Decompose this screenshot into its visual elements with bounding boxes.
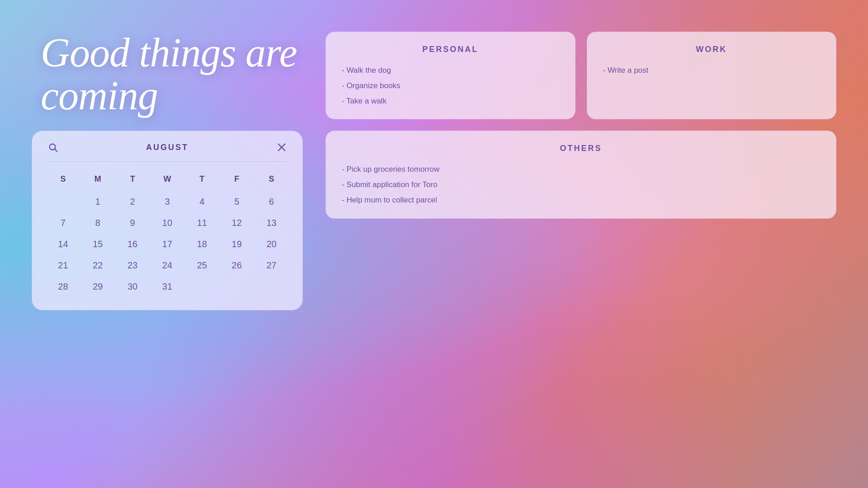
dow-tue: T (115, 171, 150, 188)
work-card: WORK - Write a post (587, 32, 837, 119)
dow-thu: T (184, 171, 219, 188)
right-panel: PERSONAL - Walk the dog - Organize books… (326, 27, 836, 219)
cal-day-1[interactable]: 1 (80, 192, 115, 211)
cal-day-23[interactable]: 23 (115, 256, 150, 275)
others-card: OTHERS - Pick up groceries tomorrow - Su… (326, 131, 836, 218)
cal-day-11[interactable]: 11 (184, 213, 219, 233)
cal-day-9[interactable]: 9 (115, 213, 150, 233)
cal-day-14[interactable]: 14 (46, 235, 80, 254)
cal-day-15[interactable]: 15 (80, 235, 115, 254)
cal-day-18[interactable]: 18 (184, 235, 219, 254)
cal-day-30[interactable]: 30 (115, 277, 150, 296)
cal-day-5[interactable]: 5 (219, 192, 254, 211)
others-task-3: - Help mum to collect parcel (342, 195, 820, 206)
cal-day-22[interactable]: 22 (80, 256, 115, 275)
main-layout: Good things are coming AUGUST (0, 0, 868, 488)
others-task-list: - Pick up groceries tomorrow - Submit ap… (342, 164, 820, 205)
personal-task-1: - Walk the dog (342, 65, 559, 76)
dow-fri: F (219, 171, 254, 188)
cal-day-8[interactable]: 8 (80, 213, 115, 233)
left-panel: Good things are coming AUGUST (32, 27, 303, 310)
others-task-1: - Pick up groceries tomorrow (342, 164, 820, 175)
cal-day-27[interactable]: 27 (254, 256, 289, 275)
personal-task-3: - Take a walk (342, 96, 559, 107)
cal-day-16[interactable]: 16 (115, 235, 150, 254)
cal-day-24[interactable]: 24 (150, 256, 185, 275)
calendar-month: AUGUST (146, 143, 189, 152)
svg-line-1 (55, 149, 57, 151)
work-title: WORK (603, 45, 821, 54)
cal-day-7[interactable]: 7 (46, 213, 80, 233)
work-task-1: - Write a post (603, 65, 821, 76)
personal-task-list: - Walk the dog - Organize books - Take a… (342, 65, 559, 106)
dow-sat: S (254, 171, 289, 188)
cal-day-17[interactable]: 17 (150, 235, 185, 254)
dow-mon: M (80, 171, 115, 188)
cal-day-21[interactable]: 21 (46, 256, 80, 275)
cal-day-29[interactable]: 29 (80, 277, 115, 296)
cal-day-26[interactable]: 26 (219, 256, 254, 275)
calendar-header: AUGUST (46, 140, 289, 162)
close-button[interactable] (274, 140, 289, 155)
cal-day-31[interactable]: 31 (150, 277, 185, 296)
others-task-2: - Submit application for Toro (342, 179, 820, 190)
personal-task-2: - Organize books (342, 80, 559, 91)
calendar-widget: AUGUST S M T W T F S (32, 131, 303, 310)
search-icon[interactable] (46, 140, 60, 155)
personal-card: PERSONAL - Walk the dog - Organize books… (326, 32, 576, 119)
cal-day-25[interactable]: 25 (184, 256, 219, 275)
cal-day-13[interactable]: 13 (254, 213, 289, 233)
work-task-list: - Write a post (603, 65, 821, 76)
others-title: OTHERS (342, 144, 820, 153)
calendar-days: 0123456789101112131415161718192021222324… (46, 192, 289, 296)
hero-title: Good things are coming (32, 27, 303, 117)
cal-day-19[interactable]: 19 (219, 235, 254, 254)
cal-day-6[interactable]: 6 (254, 192, 289, 211)
cal-day-10[interactable]: 10 (150, 213, 185, 233)
personal-title: PERSONAL (342, 45, 559, 54)
cal-day-4[interactable]: 4 (184, 192, 219, 211)
cal-day-2[interactable]: 2 (115, 192, 150, 211)
dow-wed: W (150, 171, 185, 188)
calendar-grid: S M T W T F S 01234567891011121314151617… (46, 171, 289, 296)
cal-day-28[interactable]: 28 (46, 277, 80, 296)
days-of-week-row: S M T W T F S (46, 171, 289, 188)
cal-day-12[interactable]: 12 (219, 213, 254, 233)
cal-day-20[interactable]: 20 (254, 235, 289, 254)
dow-sun: S (46, 171, 80, 188)
cal-day-3[interactable]: 3 (150, 192, 185, 211)
